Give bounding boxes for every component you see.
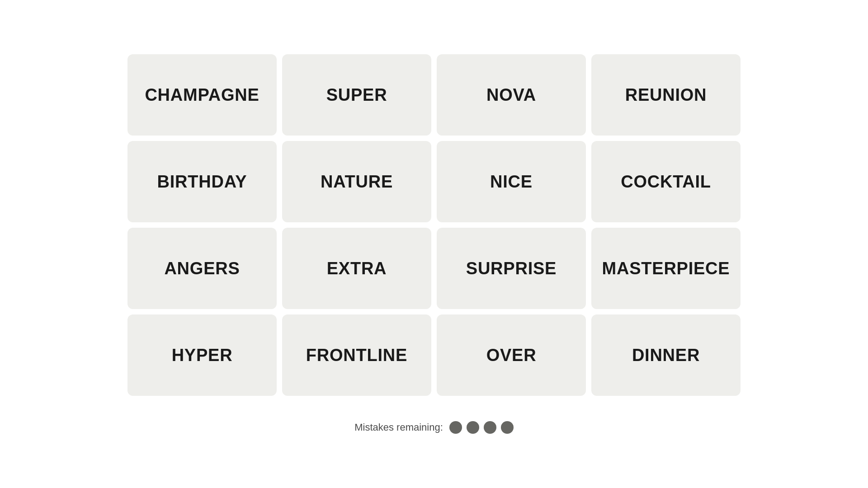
cell-label-extra: EXTRA	[320, 259, 394, 278]
cell-label-nova: NOVA	[479, 85, 543, 105]
grid-cell-over[interactable]: OVER	[437, 314, 586, 396]
cell-label-birthday: BIRTHDAY	[150, 172, 255, 192]
cell-label-angers: ANGERS	[157, 259, 247, 278]
word-grid: CHAMPAGNESUPERNOVAREUNIONBIRTHDAYNATUREN…	[127, 54, 741, 396]
grid-cell-birthday[interactable]: BIRTHDAY	[127, 141, 277, 222]
cell-label-over: OVER	[479, 346, 544, 365]
cell-label-nature: NATURE	[313, 172, 400, 192]
mistakes-label: Mistakes remaining:	[354, 422, 443, 433]
mistake-dot-3	[484, 421, 496, 434]
grid-cell-surprise[interactable]: SURPRISE	[437, 228, 586, 309]
grid-cell-frontline[interactable]: FRONTLINE	[282, 314, 431, 396]
grid-cell-masterpiece[interactable]: MASTERPIECE	[591, 228, 741, 309]
grid-cell-extra[interactable]: EXTRA	[282, 228, 431, 309]
grid-cell-nova[interactable]: NOVA	[437, 54, 586, 136]
grid-cell-hyper[interactable]: HYPER	[127, 314, 277, 396]
mistake-dot-2	[467, 421, 479, 434]
grid-cell-dinner[interactable]: DINNER	[591, 314, 741, 396]
cell-label-super: SUPER	[319, 85, 395, 105]
cell-label-reunion: REUNION	[618, 85, 714, 105]
mistake-dot-1	[449, 421, 462, 434]
cell-label-dinner: DINNER	[625, 346, 707, 365]
cell-label-surprise: SURPRISE	[459, 259, 564, 278]
grid-cell-angers[interactable]: ANGERS	[127, 228, 277, 309]
cell-label-cocktail: COCKTAIL	[613, 172, 718, 192]
mistakes-row: Mistakes remaining:	[354, 421, 514, 434]
mistake-dot-4	[501, 421, 514, 434]
grid-cell-nice[interactable]: NICE	[437, 141, 586, 222]
cell-label-masterpiece: MASTERPIECE	[595, 259, 737, 278]
cell-label-champagne: CHAMPAGNE	[137, 85, 266, 105]
cell-label-frontline: FRONTLINE	[299, 346, 415, 365]
grid-cell-nature[interactable]: NATURE	[282, 141, 431, 222]
cell-label-hyper: HYPER	[165, 346, 240, 365]
grid-cell-super[interactable]: SUPER	[282, 54, 431, 136]
dots-container	[449, 421, 514, 434]
grid-cell-reunion[interactable]: REUNION	[591, 54, 741, 136]
grid-cell-cocktail[interactable]: COCKTAIL	[591, 141, 741, 222]
cell-label-nice: NICE	[483, 172, 540, 192]
grid-cell-champagne[interactable]: CHAMPAGNE	[127, 54, 277, 136]
